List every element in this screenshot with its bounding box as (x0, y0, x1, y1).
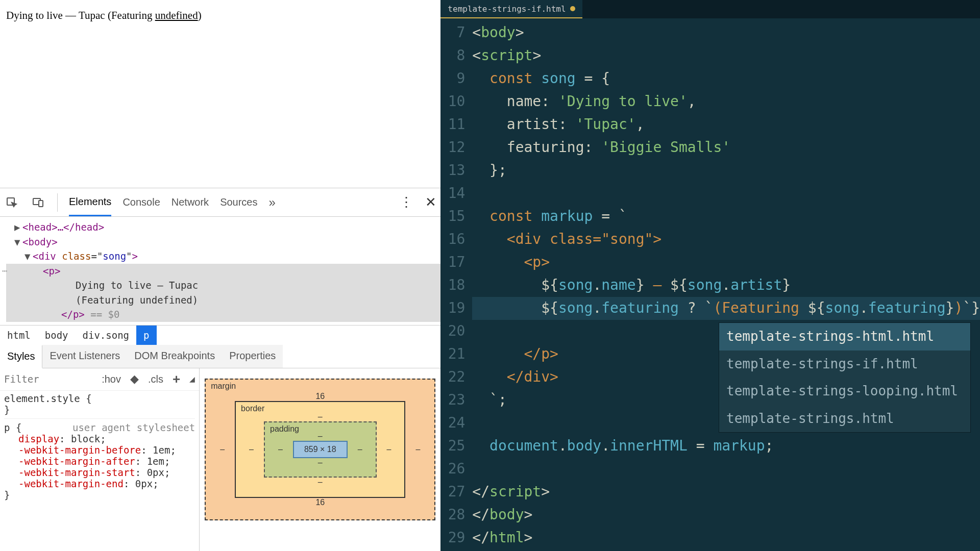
line-number: 11 (440, 113, 465, 136)
code-line[interactable]: <body> (472, 21, 980, 44)
stab-dom-breakpoints[interactable]: DOM Breakpoints (127, 345, 222, 368)
crumb-div[interactable]: div.song (76, 325, 137, 345)
tab-elements[interactable]: Elements (69, 189, 111, 216)
line-number: 15 (440, 205, 465, 228)
autocomplete-item[interactable]: template-strings.html (719, 405, 970, 433)
crumb-html[interactable]: html (0, 325, 38, 345)
line-number: 14 (440, 182, 465, 205)
code-line[interactable]: const song = { (472, 67, 980, 90)
code-line[interactable] (472, 458, 980, 481)
tab-network[interactable]: Network (172, 189, 209, 215)
code-line[interactable]: }; (472, 159, 980, 182)
line-number: 8 (440, 44, 465, 67)
close-devtools-icon[interactable]: ✕ (425, 194, 436, 210)
css-declaration[interactable]: display: block; (4, 433, 195, 444)
code-line[interactable]: ${song.name} — ${song.artist} (472, 274, 980, 297)
stab-styles[interactable]: Styles (0, 345, 42, 368)
tree-head[interactable]: <head>…</head> (22, 221, 104, 233)
editor-tab-active[interactable]: template-strings-if.html (440, 0, 582, 18)
line-number: 29 (440, 527, 465, 549)
styles-body: :hov ◆ .cls + ◢ element.style { } user a… (0, 368, 440, 552)
tab-sources[interactable]: Sources (220, 189, 257, 215)
code-editor: template-strings-if.html 789101112131415… (440, 0, 980, 551)
elements-tree[interactable]: ▶<head>…</head> ▼<body> ▼<div class="son… (0, 217, 440, 325)
crumb-p[interactable]: p (136, 325, 156, 345)
tree-body[interactable]: <body> (22, 236, 58, 247)
svg-rect-2 (39, 201, 43, 207)
editor-body[interactable]: 7891011121314151617181920212223242526272… (440, 18, 980, 551)
page-undefined: undefined (155, 9, 198, 21)
styles-filter-row: :hov ◆ .cls + ◢ (0, 368, 199, 391)
page-text-after: ) (198, 9, 202, 21)
styles-filter-input[interactable] (4, 373, 65, 385)
code-line[interactable]: <script> (472, 44, 980, 67)
corner-icon: ◢ (189, 375, 195, 383)
css-declaration[interactable]: -webkit-margin-end: 0px; (4, 478, 195, 489)
styles-tabs: Styles Event Listeners DOM Breakpoints P… (0, 345, 440, 368)
line-number: 18 (440, 274, 465, 297)
stab-event-listeners[interactable]: Event Listeners (42, 345, 127, 368)
line-number: 22 (440, 366, 465, 389)
code-line[interactable]: </html> (472, 527, 980, 549)
code-line[interactable]: featuring: 'Biggie Smalls' (472, 136, 980, 159)
more-tabs-icon[interactable]: » (269, 195, 276, 210)
code-line[interactable]: <p> (472, 251, 980, 274)
crumb-body[interactable]: body (38, 325, 76, 345)
code-line[interactable]: </script> (472, 481, 980, 504)
line-number: 24 (440, 412, 465, 435)
line-number: 25 (440, 435, 465, 458)
tab-console[interactable]: Console (122, 189, 160, 215)
devtools-panel: Elements Console Network Sources » ⋮ ✕ ▶… (0, 188, 440, 551)
stab-properties[interactable]: Properties (222, 345, 283, 368)
devtools-toolbar: Elements Console Network Sources » ⋮ ✕ (0, 188, 440, 217)
autocomplete-item[interactable]: template-strings-if.html (719, 350, 970, 378)
cls-toggle[interactable]: .cls (148, 373, 163, 385)
editor-tabs: template-strings-if.html (440, 0, 980, 18)
autocomplete-item[interactable]: template-strings-looping.html (719, 378, 970, 405)
diamond-icon[interactable]: ◆ (130, 372, 139, 386)
hov-toggle[interactable]: :hov (102, 373, 121, 385)
line-number: 23 (440, 389, 465, 412)
code-line[interactable]: document.body.innerHTML = markup; (472, 435, 980, 458)
code-line[interactable]: ${song.featuring ? `(Featuring ${song.fe… (472, 297, 980, 320)
autocomplete-item[interactable]: template-strings-html.html (719, 323, 970, 350)
box-model-content: 859 × 18 (293, 441, 348, 458)
toolbar-divider (57, 193, 58, 212)
line-number: 21 (440, 343, 465, 366)
breadcrumb: html body div.song p (0, 325, 440, 345)
line-number: 17 (440, 251, 465, 274)
unsaved-dot-icon (570, 6, 575, 11)
line-number: 19 (440, 297, 465, 320)
add-rule-icon[interactable]: + (173, 371, 180, 387)
styles-rules[interactable]: element.style { } user agent stylesheet … (0, 391, 199, 503)
tree-overflow-dots: ⋯ (2, 264, 8, 278)
kebab-menu-icon[interactable]: ⋮ (400, 194, 413, 210)
device-toggle-icon[interactable] (31, 195, 46, 210)
code-line[interactable]: </body> (472, 504, 980, 527)
rendered-page: Dying to live — Tupac (Featuring undefin… (0, 0, 440, 188)
css-declaration[interactable]: -webkit-margin-after: 1em; (4, 456, 195, 467)
line-number: 12 (440, 136, 465, 159)
line-number: 27 (440, 481, 465, 504)
box-model-diagram: margin 16 – border – – padding – (200, 368, 440, 552)
line-number: 16 (440, 228, 465, 251)
code-line[interactable]: artist: 'Tupac', (472, 113, 980, 136)
inspect-icon[interactable] (4, 195, 19, 210)
line-number: 20 (440, 320, 465, 343)
css-declaration[interactable]: -webkit-margin-start: 0px; (4, 467, 195, 478)
page-text-before: Dying to live — Tupac (Featuring (6, 9, 155, 21)
autocomplete-popup[interactable]: template-strings-html.htmltemplate-strin… (719, 322, 971, 433)
line-number: 10 (440, 90, 465, 113)
line-number: 28 (440, 504, 465, 527)
code-line[interactable] (472, 182, 980, 205)
line-number: 26 (440, 458, 465, 481)
code-line[interactable]: <div class="song"> (472, 228, 980, 251)
code-area[interactable]: <body><script> const song = { name: 'Dyi… (472, 21, 980, 551)
line-number: 13 (440, 159, 465, 182)
tree-selected-p[interactable]: ⋯ <p> Dying to live — Tupac (Featuring u… (6, 264, 440, 322)
line-number: 7 (440, 21, 465, 44)
code-line[interactable]: name: 'Dying to live', (472, 90, 980, 113)
code-line[interactable]: const markup = ` (472, 205, 980, 228)
css-declaration[interactable]: -webkit-margin-before: 1em; (4, 444, 195, 456)
editor-tab-name: template-strings-if.html (448, 4, 566, 14)
